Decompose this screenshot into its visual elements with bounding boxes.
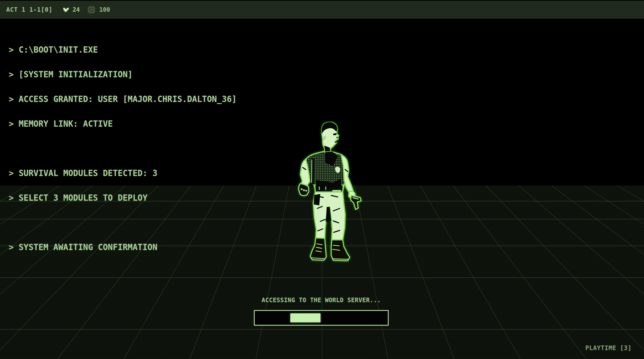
loading-progress-fill: [290, 313, 321, 322]
terminal-line-blank: [9, 144, 237, 153]
credits-chip-icon: [87, 6, 96, 14]
sprite-pistol: [351, 195, 361, 209]
terminal-line: > SURVIVAL MODULES DETECTED: 3: [9, 169, 237, 177]
loading-status-label: ACCESSING TO THE WORLD SERVER...: [254, 297, 388, 304]
soldier-sprite: [296, 121, 365, 266]
loading-progress-bar: [254, 310, 388, 326]
terminal-line: > SYSTEM AWAITING CONFIRMATION: [9, 243, 237, 251]
game-screen: ACT 1 1-1[0] 24 100 > C:\BOOT\INIT.EXE >…: [0, 0, 644, 359]
terminal-line: > SELECT 3 MODULES TO DEPLOY: [9, 194, 237, 202]
sprite-right-boot: [331, 240, 350, 261]
health-heart-icon: [62, 7, 69, 13]
playtime-label: PLAYTIME [3]: [586, 345, 632, 352]
terminal-line: > C:\BOOT\INIT.EXE: [9, 46, 237, 54]
credits-value: 100: [99, 6, 110, 13]
terminal-line: > [SYSTEM INITIALIZATION]: [9, 70, 237, 78]
terminal-line: > ACCESS GRANTED: USER [MAJOR.CHRIS.DALT…: [9, 95, 237, 103]
terminal-line: > MEMORY LINK: ACTIVE: [9, 120, 237, 128]
health-value: 24: [72, 6, 80, 13]
hud-topbar: ACT 1 1-1[0] 24 100: [0, 0, 644, 19]
terminal-line-blank: [9, 218, 237, 227]
sprite-left-boot: [310, 238, 326, 260]
terminal-log: > C:\BOOT\INIT.EXE > [SYSTEM INITIALIZAT…: [9, 29, 237, 268]
act-stage-label: ACT 1 1-1[0]: [6, 6, 52, 13]
